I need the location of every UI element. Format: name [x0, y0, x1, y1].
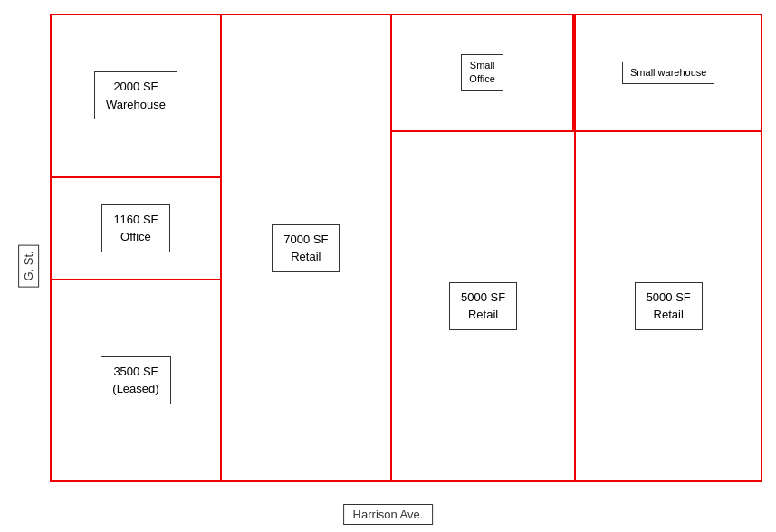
- warehouse-cell: 2000 SF Warehouse: [52, 15, 220, 178]
- leased-cell: 3500 SF (Leased): [52, 280, 220, 480]
- small-office-cell: Small Office: [392, 15, 575, 132]
- right-b-column: Small warehouse 5000 SF Retail: [576, 15, 761, 480]
- retail-7000-label: 7000 SF Retail: [272, 224, 340, 272]
- right-a-column: Small Office 5000 SF Retail: [392, 15, 577, 480]
- left-column: 2000 SF Warehouse 1160 SF Office 3500 SF…: [52, 15, 222, 480]
- floor-plan: 2000 SF Warehouse 1160 SF Office 3500 SF…: [50, 14, 762, 482]
- warehouse-label: 2000 SF Warehouse: [94, 71, 177, 119]
- office-cell: 1160 SF Office: [52, 178, 220, 280]
- retail-5000a-cell: 5000 SF Retail: [392, 132, 575, 481]
- small-office-label: Small Office: [461, 54, 503, 91]
- office-label: 1160 SF Office: [101, 204, 169, 252]
- g-st-label: G. St.: [18, 244, 39, 287]
- retail-5000b-cell: 5000 SF Retail: [576, 132, 761, 481]
- retail-5000a-label: 5000 SF Retail: [449, 282, 517, 330]
- harrison-ave-label: Harrison Ave.: [343, 504, 434, 525]
- small-warehouse-label: Small warehouse: [622, 62, 714, 84]
- leased-label: 3500 SF (Leased): [101, 356, 170, 404]
- retail-7000-cell: 7000 SF Retail: [222, 15, 392, 480]
- small-warehouse-cell: Small warehouse: [576, 15, 761, 132]
- retail-5000b-label: 5000 SF Retail: [635, 282, 703, 330]
